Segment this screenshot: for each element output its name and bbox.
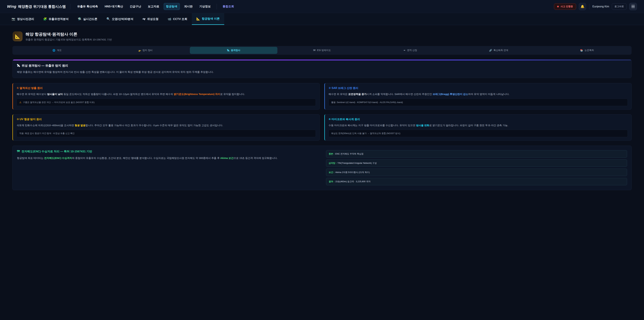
brand-logo: Wing 해양환경 위기대응 통합시스템 xyxy=(7,4,66,9)
sub-nav: 📷 영상사진관리 🧩 유출유면적분석 🛸 실시간드론 🔍 오염/선박3D분석 🛩… xyxy=(0,13,644,25)
tab-esi-map[interactable]: 🗺 ESI 방제지도 xyxy=(278,47,366,54)
subnav-item-aerial-search-theory[interactable]: 📐 항공탐색 이론 xyxy=(192,13,224,25)
header-divider xyxy=(70,4,70,10)
nav-item-oil-spill-forecast[interactable]: 유출유 확산예측 xyxy=(75,3,100,10)
subnav-item-realtime-drone[interactable]: 🛸 실시간드론 xyxy=(73,13,102,25)
remote-sensing-principle-section: 🛰 위성 원격탐사 — 유출유 탐지 원리 해양 유출유는 해수면에 유막을 형… xyxy=(12,59,632,78)
header-right-cluster: 사고 진행중 🔔 Eunjeong Kim 로그아웃 xyxy=(554,3,637,10)
satellite-icon: 🛰 xyxy=(227,49,230,52)
nav-item-hns-atmosphere[interactable]: HNS·대기확산 xyxy=(102,3,126,10)
tab-overview[interactable]: 🌐 개요 xyxy=(13,47,101,54)
card-microwave-radiometer: ④ 마이크로파 복사계 원리 수동 마이크로파 복사계는 지구 방출 마이크로파… xyxy=(324,114,632,141)
principle-cards-grid: ① 열적외선 방출 원리 해수면 위 유막은 해수보다 방사율이 낮아 동일 온… xyxy=(12,83,632,141)
card-body: 해수면 위 유막은 표면장력을 증가시켜 소파를 억제합니다. SAR에서 해수… xyxy=(328,92,628,96)
enc-row-tin: 삼각망 :TIN(Triangulated Irregular Network)… xyxy=(326,159,627,167)
tab-area-calculation[interactable]: ✒ 면적 산정 xyxy=(366,47,454,54)
nav-item-integrated-search[interactable]: 통합조회 xyxy=(220,3,237,10)
hamburger-menu-button[interactable] xyxy=(629,3,637,10)
triangle-ruler-icon: 📐 xyxy=(196,17,200,21)
card-title: ③ UV 형광 탐지 원리 xyxy=(16,118,316,121)
video-camera-icon: 📹 xyxy=(168,17,171,21)
puzzle-icon: 🧩 xyxy=(43,17,47,21)
drone-icon: 🛸 xyxy=(78,17,81,21)
enc-row-source: 원본 :ENC 전자해도 무작위 측심점 xyxy=(326,150,627,158)
nav-item-reports[interactable]: 보고자료 xyxy=(146,3,162,10)
nav-item-weather[interactable]: 기상정보 xyxy=(197,3,213,10)
user-name: Eunjeong Kim xyxy=(592,5,609,8)
section-tabs: 🌐 개요 🚁 탐지 장비 🛰 원격탐사 🗺 ESI 방제지도 ✒ 면적 산정 🔗… xyxy=(12,46,632,55)
menu-icon xyxy=(632,5,635,6)
books-icon: 📚 xyxy=(580,49,583,52)
camera-icon: 📷 xyxy=(12,17,15,21)
nav-item-emergency-rescue[interactable]: 긴급구난 xyxy=(127,3,144,10)
enc-description: 항공탐색 좌표 데이터는 전자해도(ENC) 수심격자와 중첩되어 유출유의 수… xyxy=(17,156,318,160)
card-title: ① 열적외선 방출 원리 xyxy=(16,86,316,90)
card-note: 해상도 한계(50km)로 단독 사용 불가 → 열적외선과 융합 (NGSST… xyxy=(328,130,628,137)
triangle-ruler-icon: 📐 xyxy=(15,34,20,39)
subnav-item-cctv[interactable]: 📹 CCTV 조회 xyxy=(163,13,192,25)
page-header: 📐 해양 항공탐색·원격탐사 이론 유출유 원격탐지·항공감시 기법·ESI 방… xyxy=(13,32,632,41)
card-body: 수동 마이크로파 복사계는 지구 방출 마이크로파를 수신합니다. 유막이 있으… xyxy=(328,123,628,127)
card-note: 활용: Sentinel-1(C-band) · KOMPSAT-5(X-ban… xyxy=(328,99,628,106)
enc-process-rows: 원본 :ENC 전자해도 무작위 측심점 삼각망 :TIN(Triangulat… xyxy=(326,150,627,185)
subnav-item-pollution-ship-3d[interactable]: 🔍 오염/선박3D분석 xyxy=(102,13,138,25)
page-icon-box: 📐 xyxy=(13,32,22,41)
map-icon: 🗺 xyxy=(313,49,316,52)
subnav-item-satellite-request[interactable]: 🛩 위성요청 xyxy=(138,13,163,25)
tab-detection-equipment[interactable]: 🚁 탐지 장비 xyxy=(102,47,189,54)
section-title: 🛰 위성 원격탐사 — 유출유 탐지 원리 xyxy=(17,64,627,68)
section-description: 해양 유출유는 해수면에 유막을 형성하여 전자기파 반사·방출·산란 특성을 … xyxy=(17,70,627,74)
brand-wing-mark: Wing xyxy=(7,4,16,9)
incident-label: 사고 진행중 xyxy=(560,5,573,8)
card-note: ⚠ 구름은 열적외선을 완전 차단 → 마이크로파 보조 필요 (NGSST 융… xyxy=(16,99,316,106)
nav-item-board[interactable]: 게시판 xyxy=(182,3,195,10)
incident-status-badge[interactable]: 사고 진행중 xyxy=(554,3,576,10)
tab-remote-sensing[interactable]: 🛰 원격탐사 xyxy=(190,47,278,54)
card-thermal-infrared: ① 열적외선 방출 원리 해수면 위 유막은 해수보다 방사율이 낮아 동일 온… xyxy=(12,83,320,109)
page-title: 해양 항공탐색·원격탐사 이론 xyxy=(26,32,112,37)
tab-papers-patents[interactable]: 📚 논문특허 xyxy=(543,47,631,54)
enc-left-column: 🗺 전자해도(ENC) 수심자료 처리 — 특허 10-1567431 기반 항… xyxy=(17,150,318,160)
tab-forecast-link[interactable]: 🔗 확산예측 연계 xyxy=(455,47,542,54)
main-content: 📐 해양 항공탐색·원격탐사 이론 유출유 원격탐지·항공감시 기법·ESI 방… xyxy=(0,25,644,190)
card-sar-bragg: ② SAR 브래그 산란 원리 해수면 위 유막은 표면장력을 증가시켜 소파를… xyxy=(324,83,632,109)
card-title: ② SAR 브래그 산란 원리 xyxy=(328,86,628,90)
airplane-icon: 🛩 xyxy=(142,17,146,21)
brand-title: 해양환경 위기대응 통합시스템 xyxy=(18,4,66,9)
magnifier-icon: 🔍 xyxy=(106,17,110,21)
card-note: 적용: 해경 감시 항공기 야간 탐색 · 비정상 유출 신고 확인 xyxy=(16,130,316,137)
enc-row-interpolation: 보간 :Akima 2차원 5차다항식 (21개 계수) xyxy=(326,169,627,176)
subnav-item-oil-area-analysis[interactable]: 🧩 유출유면적분석 xyxy=(38,13,73,25)
subnav-item-image-photo-management[interactable]: 📷 영상사진관리 xyxy=(7,13,38,25)
logout-button[interactable]: 로그아웃 xyxy=(612,3,626,10)
nav-item-aerial-search[interactable]: 항공탐색 xyxy=(164,3,180,10)
notification-bell-button[interactable]: 🔔 xyxy=(579,3,586,10)
card-title: ④ 마이크로파 복사계 원리 xyxy=(328,118,628,121)
card-body: 석유계 탄화수소에 자외선(310~400nm)을 조사하면 형광 발광합니다.… xyxy=(16,123,316,127)
map-icon: 🗺 xyxy=(17,150,20,153)
card-body: 해수면 위 유막은 해수보다 방사율이 낮아 동일 온도에서도 적외선 방출량이… xyxy=(16,92,316,96)
globe-icon: 🌐 xyxy=(52,49,55,52)
enc-row-result: 결과 :15초(463m) 등간격 · 3,225,600 격자 xyxy=(326,178,627,185)
bell-icon: 🔔 xyxy=(580,5,585,9)
satellite-icon: 🛰 xyxy=(17,64,20,68)
helicopter-icon: 🚁 xyxy=(138,49,141,52)
pen-nib-icon: ✒ xyxy=(404,49,406,52)
link-icon: 🔗 xyxy=(489,49,492,52)
warning-icon: ⚠ xyxy=(19,101,22,104)
incident-dot-icon xyxy=(557,6,559,8)
main-nav: 유출유 확산예측 HNS·대기확산 긴급구난 보고자료 항공탐색 게시판 기상정… xyxy=(75,3,236,10)
enc-section-title: 🗺 전자해도(ENC) 수심자료 처리 — 특허 10-1567431 기반 xyxy=(17,150,318,153)
enc-depth-data-section: 🗺 전자해도(ENC) 수심자료 처리 — 특허 10-1567431 기반 항… xyxy=(12,146,632,190)
page-subtitle: 유출유 원격탐지·항공감시 기법·ESI 방제정보지도·등록특허 10-1567… xyxy=(26,38,112,41)
card-uv-fluorescence: ③ UV 형광 탐지 원리 석유계 탄화수소에 자외선(310~400nm)을 … xyxy=(12,114,320,141)
top-header: Wing 해양환경 위기대응 통합시스템 유출유 확산예측 HNS·대기확산 긴… xyxy=(0,0,644,13)
